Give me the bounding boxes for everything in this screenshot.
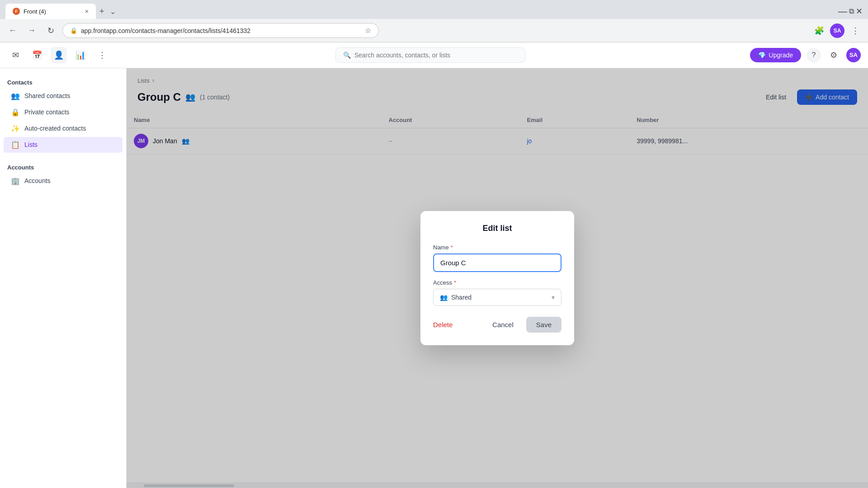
analytics-icon-button[interactable]: 📊 [72, 47, 89, 63]
tab-title: Front (4) [24, 8, 81, 15]
tab-favicon: F [13, 8, 20, 15]
delete-button[interactable]: Delete [433, 317, 453, 332]
upgrade-button[interactable]: 💎 Upgrade [750, 48, 801, 62]
main-content: Lists › Group C 👥 (1 contact) Edit list [127, 68, 868, 488]
sidebar-item-shared-contacts[interactable]: 👥 Shared contacts [4, 88, 123, 104]
help-button[interactable]: ? [807, 48, 821, 62]
reload-button[interactable]: ↻ [43, 23, 58, 38]
edit-list-modal: Edit list Name * Access * [420, 211, 574, 345]
private-contacts-icon: 🔒 [11, 108, 20, 117]
tab-close-button[interactable]: × [85, 8, 89, 15]
extensions-button[interactable]: 🧩 [812, 23, 826, 38]
maximize-button[interactable]: ⧉ [849, 7, 854, 15]
access-required-star: * [454, 279, 456, 286]
dropdown-arrow-icon: ▾ [552, 294, 555, 301]
sidebar-item-lists[interactable]: 📋 Lists [4, 137, 123, 153]
auto-created-icon: ✨ [11, 124, 20, 133]
cancel-button[interactable]: Cancel [485, 317, 521, 332]
sidebar: Contacts 👥 Shared contacts 🔒 Private con… [0, 68, 127, 488]
access-dropdown[interactable]: 👥 Shared ▾ [433, 289, 561, 306]
list-name-input[interactable] [433, 253, 561, 272]
forward-button[interactable]: → [24, 23, 39, 38]
name-field: Name * [433, 244, 561, 272]
save-button[interactable]: Save [526, 317, 561, 333]
access-value: Shared [451, 294, 552, 301]
access-field: Access * 👥 Shared ▾ [433, 279, 561, 306]
contacts-icon-button[interactable]: 👤 [51, 47, 67, 63]
name-required-star: * [451, 244, 453, 251]
lock-icon: 🔒 [70, 27, 77, 34]
name-label: Name * [433, 244, 561, 251]
address-bar[interactable]: 🔒 ☆ [62, 23, 379, 38]
inbox-icon-button[interactable]: ✉ [7, 47, 24, 63]
bookmark-icon[interactable]: ☆ [365, 26, 371, 35]
tab-overflow-icon[interactable]: ⌄ [108, 7, 118, 16]
close-window-button[interactable]: ✕ [856, 6, 863, 16]
sidebar-item-auto-created[interactable]: ✨ Auto-created contacts [4, 121, 123, 136]
lists-icon: 📋 [11, 141, 20, 149]
access-label: Access * [433, 279, 561, 286]
modal-title: Edit list [433, 224, 561, 233]
menu-button[interactable]: ⋮ [848, 23, 863, 38]
user-avatar[interactable]: SA [846, 48, 861, 62]
back-button[interactable]: ← [5, 23, 20, 38]
sidebar-item-accounts[interactable]: 🏢 Accounts [4, 173, 123, 189]
new-tab-button[interactable]: + [96, 7, 108, 16]
contacts-section-title: Contacts [0, 75, 126, 88]
app-topbar: ✉ 📅 👤 📊 ⋮ 🔍 💎 Upgrade ? ⚙ SA [0, 42, 868, 68]
shared-contacts-icon: 👥 [11, 92, 20, 100]
settings-button[interactable]: ⚙ [826, 48, 841, 62]
modal-actions: Delete Cancel Save [433, 317, 561, 333]
sidebar-item-private-contacts[interactable]: 🔒 Private contacts [4, 104, 123, 120]
calendar-icon-button[interactable]: 📅 [29, 47, 45, 63]
search-icon: 🔍 [343, 52, 351, 59]
minimize-button[interactable]: — [838, 6, 847, 17]
access-icon: 👥 [440, 294, 448, 301]
accounts-section-title: Accounts [0, 160, 126, 173]
accounts-icon: 🏢 [11, 177, 20, 185]
search-input[interactable] [354, 52, 518, 59]
modal-overlay: Edit list Name * Access * [127, 68, 868, 488]
browser-tab[interactable]: F Front (4) × [5, 4, 96, 19]
url-input[interactable] [81, 27, 361, 34]
profile-button[interactable]: SA [830, 23, 844, 38]
search-bar[interactable]: 🔍 [335, 47, 525, 63]
diamond-icon: 💎 [758, 52, 766, 59]
more-icon-button[interactable]: ⋮ [94, 47, 110, 63]
